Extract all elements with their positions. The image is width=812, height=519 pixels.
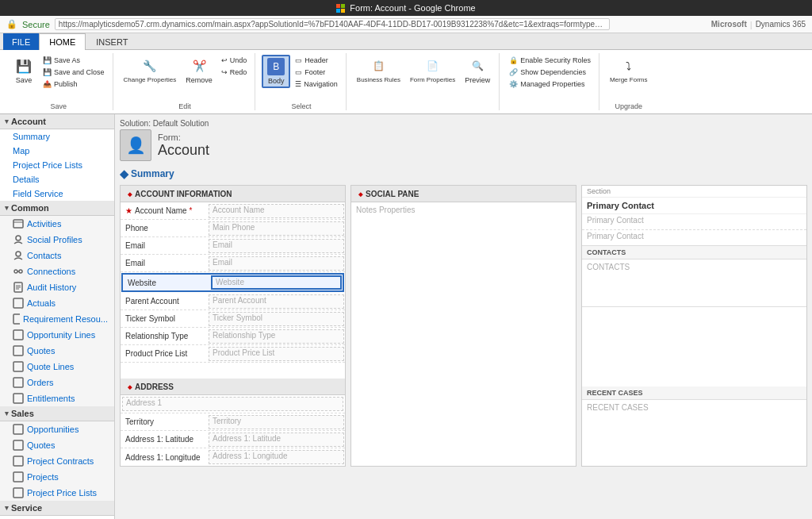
sidebar-item-project-price-lists-account[interactable]: Project Price Lists [0,158,114,172]
email-row-1: Email Email [121,237,345,255]
latitude-field[interactable]: Address 1: Latitude [209,432,344,447]
redo-button[interactable]: ↪Redo [218,67,251,78]
svg-rect-20 [13,456,23,466]
header-button[interactable]: ▭Header [292,55,341,66]
url-text[interactable]: https://maplyticsdemo57.crm.dynamics.com… [55,18,610,30]
sidebar-item-opportunities[interactable]: Opportunities [0,421,114,437]
sidebar-section-account[interactable]: ▾ Account [0,114,114,129]
common-collapse-icon: ▾ [5,204,9,212]
tab-insert[interactable]: INSERT [86,33,138,50]
body-button[interactable]: B Body [262,55,290,88]
relationship-type-field[interactable]: Relationship Type [209,329,344,344]
save-and-close-button[interactable]: 💾Save and Close [40,67,108,78]
address1-field[interactable]: Address 1 [122,397,343,411]
address-header: ⬥ ADDRESS [121,379,345,395]
undo-button[interactable]: ↩Undo [218,55,251,66]
protocol-label: Secure [22,20,50,29]
primary-contact-header: Primary Contact [582,198,806,214]
app-icon [336,4,345,13]
sidebar-item-opportunity-lines[interactable]: Opportunity Lines [0,327,114,343]
email-field-2[interactable]: Email [209,256,344,271]
security-col: 🔒Enable Security Roles 🔗Show Dependencie… [506,55,594,90]
undo-redo-col: ↩Undo ↪Redo [218,55,251,78]
publish-button[interactable]: 📤Publish [40,79,108,90]
sidebar-item-entitlements[interactable]: Entitlements [0,390,114,406]
product-price-list-field[interactable]: Product Price List [209,347,344,361]
contacts-placeholder: CONTACTS [582,260,806,307]
form-group-content: 📋 Business Rules 📄 Form Properties 🔍 Pre… [353,53,495,109]
sidebar-item-audit-history[interactable]: Audit History [0,279,114,295]
website-field[interactable]: Website [211,275,342,290]
sidebar-item-project-price-lists-sales[interactable]: Project Price Lists [0,485,114,501]
social-pane-content: Notes Properties [351,202,576,440]
ribbon-group-edit: 🔧 Change Properties ✂️ Remove ↩Undo ↪Red… [115,53,256,110]
territory-field[interactable]: Territory [209,415,344,429]
sidebar-item-quote-lines[interactable]: Quote Lines [0,359,114,375]
sidebar-item-actuals[interactable]: Actuals [0,295,114,311]
show-dependencies-button[interactable]: 🔗Show Dependencies [506,67,594,78]
sidebar-item-details[interactable]: Details [0,172,114,186]
navigation-button[interactable]: ☰Navigation [292,79,341,90]
sidebar-section-common[interactable]: ▾ Common [0,201,114,216]
managed-properties-button[interactable]: ⚙️Managed Properties [506,79,594,90]
tab-file[interactable]: FILE [3,33,39,50]
product-price-list-row: Product Price List Product Price List [121,345,345,363]
sidebar-item-quotes-common[interactable]: Quotes [0,343,114,359]
sidebar-item-project-contracts[interactable]: Project Contracts [0,453,114,469]
account-name-field[interactable]: Account Name [209,204,344,218]
microsoft-label: Microsoft [711,20,747,29]
sidebar-item-map[interactable]: Map [0,144,114,158]
merge-forms-button[interactable]: ⤵ Merge Forms [606,55,652,86]
phone-label: Phone [121,222,208,234]
svg-rect-12 [13,314,20,324]
phone-field[interactable]: Main Phone [209,221,344,236]
tab-home[interactable]: HOME [39,33,86,50]
sidebar-item-orders[interactable]: Orders [0,375,114,390]
svg-rect-18 [13,425,23,434]
security-group-content: 🔒Enable Security Roles 🔗Show Dependencie… [506,53,594,109]
details-item-label: Details [13,175,40,184]
form-layout: ⬥ ACCOUNT INFORMATION ★ Account Name * A… [120,185,807,467]
sidebar-item-requirement-resources[interactable]: Requirement Resou... [0,311,114,327]
relationship-type-row: Relationship Type Relationship Type [121,328,345,345]
ribbon: FILE HOME INSERT 💾 Save 💾Save As 💾Save a… [0,33,812,114]
sidebar-item-connections[interactable]: Connections [0,263,114,279]
sidebar-item-quotes-sales[interactable]: Quotes [0,437,114,453]
sidebar-item-field-service[interactable]: Field Service [0,186,114,201]
sidebar-item-contacts[interactable]: Contacts [0,248,114,263]
email-field-1[interactable]: Email [209,239,344,253]
right-section-label: Section [582,186,806,198]
connections-icon [13,266,24,277]
avatar-icon: 👤 [126,136,146,155]
preview-button[interactable]: 🔍 Preview [461,55,494,86]
longitude-field[interactable]: Address 1: Longitude [209,450,344,464]
sidebar-item-projects[interactable]: Projects [0,469,114,485]
change-properties-button[interactable]: 🔧 Change Properties [120,55,181,86]
enable-security-roles-button[interactable]: 🔒Enable Security Roles [506,55,594,66]
primary-contact-field-2[interactable]: Primary Contact [582,230,806,246]
form-properties-button[interactable]: 📄 Form Properties [406,55,459,86]
sidebar-item-social-profiles[interactable]: Social Profiles [0,232,114,248]
save-button[interactable]: 💾 Save [10,55,38,86]
sidebar-section-sales[interactable]: ▾ Sales [0,406,114,421]
svg-rect-14 [13,346,23,356]
email-label-1: Email [121,240,208,252]
sales-section-label: Sales [11,409,34,418]
sidebar-section-service[interactable]: ▾ Service [0,501,114,516]
ticker-symbol-field[interactable]: Ticker Symbol [209,312,344,326]
entitlements-icon [13,393,24,404]
edit-group-label: Edit [178,102,191,110]
svg-rect-16 [13,378,23,387]
right-panel: Section Primary Contact Primary Contact … [581,185,807,467]
website-row: Website Website [121,273,344,292]
business-rules-button[interactable]: 📋 Business Rules [353,55,404,86]
save-as-button[interactable]: 💾Save As [40,55,108,66]
sidebar-item-activities[interactable]: Activities [0,216,114,232]
footer-button[interactable]: ▭Footer [292,67,341,78]
parent-account-field[interactable]: Parent Account [209,294,344,309]
remove-button[interactable]: ✂️ Remove [182,55,216,86]
primary-contact-field-1[interactable]: Primary Contact [582,214,806,230]
sidebar-item-summary[interactable]: Summary [0,129,114,144]
territory-row: Territory Territory [121,413,345,431]
ribbon-group-upgrade: ⤵ Merge Forms Upgrade [601,53,657,110]
